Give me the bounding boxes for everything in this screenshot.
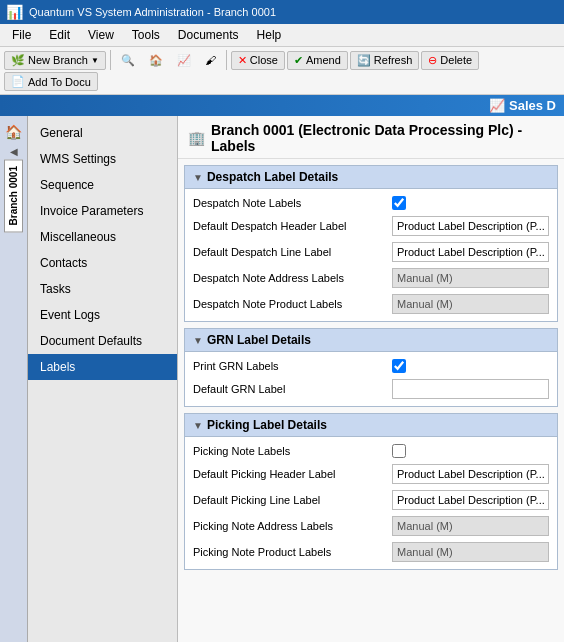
despatch-line-label-row: Default Despatch Line Label (185, 239, 557, 265)
expand-icon[interactable]: ◀ (8, 144, 20, 159)
add-to-doc-button[interactable]: 📄 Add To Docu (4, 72, 98, 91)
amend-button[interactable]: ✔ Amend (287, 51, 348, 70)
picking-section-body: Picking Note Labels Default Picking Head… (184, 436, 558, 570)
grn-collapse-icon[interactable]: ▼ (193, 335, 203, 346)
despatch-line-label-label: Default Despatch Line Label (193, 246, 388, 258)
main-area: 🏠 ◀ Branch 0001 General WMS Settings Seq… (0, 116, 564, 642)
picking-address-labels-label: Picking Note Address Labels (193, 520, 388, 532)
despatch-address-labels-row: Despatch Note Address Labels (185, 265, 557, 291)
sales-banner: 📈 Sales D (0, 95, 564, 116)
despatch-section-body: Despatch Note Labels Default Despatch He… (184, 188, 558, 322)
print-grn-labels-checkbox[interactable] (392, 359, 406, 373)
nav-sequence[interactable]: Sequence (28, 172, 177, 198)
nav-wms-settings[interactable]: WMS Settings (28, 146, 177, 172)
sidebar-home-icon[interactable]: 🏠 (1, 120, 26, 144)
sales-banner-text: 📈 Sales D (489, 98, 556, 113)
search-button[interactable]: 🔍 (115, 52, 141, 69)
dropdown-arrow-icon: ▼ (91, 56, 99, 65)
grn-section-header: ▼ GRN Label Details (184, 328, 558, 351)
despatch-product-labels-label: Despatch Note Product Labels (193, 298, 388, 310)
default-grn-label-input[interactable] (392, 379, 549, 399)
amend-icon: ✔ (294, 54, 303, 67)
nav-miscellaneous[interactable]: Miscellaneous (28, 224, 177, 250)
toolbar-separator-2 (226, 50, 227, 70)
nav-sidebar: General WMS Settings Sequence Invoice Pa… (28, 116, 178, 642)
print-grn-labels-row: Print GRN Labels (185, 356, 557, 376)
picking-header-label-row: Default Picking Header Label (185, 461, 557, 487)
menu-help[interactable]: Help (249, 26, 290, 44)
grn-section-title: GRN Label Details (207, 333, 311, 347)
delete-icon: ⊖ (428, 54, 437, 67)
grn-section-body: Print GRN Labels Default GRN Label (184, 351, 558, 407)
nav-event-logs[interactable]: Event Logs (28, 302, 177, 328)
app-icon: 📊 (6, 4, 23, 20)
nav-contacts[interactable]: Contacts (28, 250, 177, 276)
picking-product-labels-row: Picking Note Product Labels (185, 539, 557, 565)
despatch-note-labels-row: Despatch Note Labels (185, 193, 557, 213)
despatch-line-label-input[interactable] (392, 242, 549, 262)
despatch-note-labels-checkbox[interactable] (392, 196, 406, 210)
default-grn-label-row: Default GRN Label (185, 376, 557, 402)
despatch-note-labels-label: Despatch Note Labels (193, 197, 388, 209)
picking-line-label-input[interactable] (392, 490, 549, 510)
left-tabs: 🏠 ◀ Branch 0001 (0, 116, 28, 642)
toolbar-separator-1 (110, 50, 111, 70)
menu-view[interactable]: View (80, 26, 122, 44)
menu-file[interactable]: File (4, 26, 39, 44)
picking-note-labels-row: Picking Note Labels (185, 441, 557, 461)
nav-labels[interactable]: Labels (28, 354, 177, 380)
branch-tab[interactable]: Branch 0001 (4, 159, 23, 232)
title-bar: 📊 Quantum VS System Administration - Bra… (0, 0, 564, 24)
toolbar: 🌿 New Branch ▼ 🔍 🏠 📈 🖌 ✕ Close ✔ Amend 🔄… (0, 47, 564, 95)
menu-documents[interactable]: Documents (170, 26, 247, 44)
picking-address-labels-row: Picking Note Address Labels (185, 513, 557, 539)
menu-bar: File Edit View Tools Documents Help (0, 24, 564, 47)
picking-product-labels-input[interactable] (392, 542, 549, 562)
menu-tools[interactable]: Tools (124, 26, 168, 44)
despatch-section: ▼ Despatch Label Details Despatch Note L… (184, 165, 558, 322)
page-header-icon: 🏢 (188, 130, 205, 146)
picking-line-label-label: Default Picking Line Label (193, 494, 388, 506)
page-title: Branch 0001 (Electronic Data Processing … (211, 122, 554, 154)
default-grn-label-label: Default GRN Label (193, 383, 388, 395)
home-button[interactable]: 🏠 (143, 52, 169, 69)
picking-address-labels-input[interactable] (392, 516, 549, 536)
despatch-product-labels-row: Despatch Note Product Labels (185, 291, 557, 317)
despatch-header-label-row: Default Despatch Header Label (185, 213, 557, 239)
picking-header-label-input[interactable] (392, 464, 549, 484)
nav-invoice-parameters[interactable]: Invoice Parameters (28, 198, 177, 224)
refresh-icon: 🔄 (357, 54, 371, 67)
brush-button[interactable]: 🖌 (199, 52, 222, 68)
branch-icon: 🌿 (11, 54, 25, 67)
picking-collapse-icon[interactable]: ▼ (193, 420, 203, 431)
close-button[interactable]: ✕ Close (231, 51, 285, 70)
nav-general[interactable]: General (28, 120, 177, 146)
graph-button[interactable]: 📈 (171, 52, 197, 69)
despatch-header-label-input[interactable] (392, 216, 549, 236)
despatch-address-labels-label: Despatch Note Address Labels (193, 272, 388, 284)
despatch-header-label-label: Default Despatch Header Label (193, 220, 388, 232)
delete-button[interactable]: ⊖ Delete (421, 51, 479, 70)
new-branch-button[interactable]: 🌿 New Branch ▼ (4, 51, 106, 70)
add-doc-icon: 📄 (11, 75, 25, 88)
picking-product-labels-label: Picking Note Product Labels (193, 546, 388, 558)
despatch-collapse-icon[interactable]: ▼ (193, 172, 203, 183)
close-icon: ✕ (238, 54, 247, 67)
nav-tasks[interactable]: Tasks (28, 276, 177, 302)
picking-note-labels-label: Picking Note Labels (193, 445, 388, 457)
despatch-product-labels-input[interactable] (392, 294, 549, 314)
picking-header-label-label: Default Picking Header Label (193, 468, 388, 480)
menu-edit[interactable]: Edit (41, 26, 78, 44)
print-grn-labels-label: Print GRN Labels (193, 360, 388, 372)
form-area: 🏢 Branch 0001 (Electronic Data Processin… (178, 116, 564, 642)
picking-note-labels-checkbox[interactable] (392, 444, 406, 458)
picking-section-header: ▼ Picking Label Details (184, 413, 558, 436)
nav-document-defaults[interactable]: Document Defaults (28, 328, 177, 354)
title-text: Quantum VS System Administration - Branc… (29, 6, 276, 18)
page-header: 🏢 Branch 0001 (Electronic Data Processin… (178, 116, 564, 159)
refresh-button[interactable]: 🔄 Refresh (350, 51, 420, 70)
picking-section-title: Picking Label Details (207, 418, 327, 432)
grn-section: ▼ GRN Label Details Print GRN Labels Def… (184, 328, 558, 407)
picking-line-label-row: Default Picking Line Label (185, 487, 557, 513)
despatch-address-labels-input[interactable] (392, 268, 549, 288)
